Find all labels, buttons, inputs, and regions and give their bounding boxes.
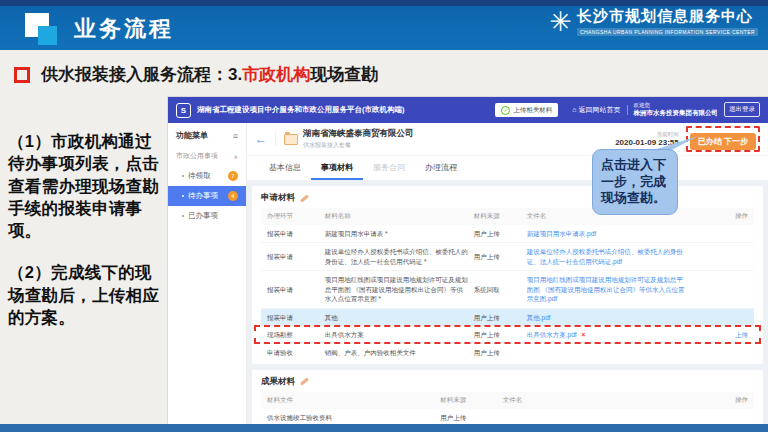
time-block: 当前时间 2020-01-09 23:55 [615,131,679,147]
highlight-dashed-box: 已办结 下一步 [686,126,760,152]
cell-step: 报装申请 [267,285,325,294]
tab-service-contract[interactable]: 服务合同 [363,156,415,180]
cell-step: 现场勘察 [267,330,325,339]
red-square-bullet-icon [14,67,30,83]
back-arrow-icon[interactable]: ← [255,132,267,146]
welcome-block: 欢迎您 株洲市水务投资集团有限公司 [634,102,719,118]
home-link-label: 返回网站首页 [579,105,621,115]
slide-title: 业务流程 [74,14,174,44]
org-flower-icon: ✳ [549,9,572,36]
cell-material: 供水设施竣工验收资料 [267,413,440,422]
cell-source: 用户上传 [474,252,527,261]
welcome-label: 欢迎您 [634,102,719,109]
navbar-divider [627,105,628,115]
sidebar-item-todo[interactable]: 待办事项 4 [168,186,246,206]
col-material: 材料名称 [325,212,474,221]
file-link[interactable]: 其他.pdf [527,314,551,321]
note-paragraph-1: （1）市政机构通过待办事项列表，点击查看需办理现场查勘手续的报装申请事项。 [8,130,166,241]
hamburger-icon[interactable]: ≡ [233,131,238,141]
result-materials-card: 成果材料 材料文件 材料来源 文件名 操作 供水设施竣工验收资料 用户上传 [252,370,763,424]
upload-button-label: 上传相关材料 [513,106,552,115]
cell-step: 报装申请 [267,252,325,261]
edit-pen-icon[interactable] [300,378,309,386]
platform-title: 湖南省工程建设项目中介服务和市政公用服务平台(市政机构端) [197,105,405,115]
platform-logo-icon: S [176,103,191,118]
applicant-company: 湖南省海峡盛泰商贸有限公司 [303,128,414,140]
org-logo: ✳ 长沙市规划信息服务中心 CHANGSHA URBAN PLANNING IN… [549,7,758,36]
remove-file-icon[interactable]: × [581,331,585,338]
org-name-cn: 长沙市规划信息服务中心 [577,7,758,26]
count-badge: 4 [228,191,238,201]
sidebar-item-done[interactable]: 已办事项 [168,206,246,226]
folder-icon [284,134,298,145]
bullet-dot-icon [182,195,184,197]
sidebar-item-label: 待办事项 [188,191,218,201]
callout-bubble: 点击进入下一步，完成现场查勘。 [592,149,678,215]
heading-suffix: 现场查勘 [310,65,378,84]
result-table-header: 材料文件 材料来源 文件名 操作 [261,392,754,409]
org-name-en: CHANGSHA URBAN PLANNING INFORMATION SERV… [577,28,758,36]
app-content: ← 湖南省海峡盛泰商贸有限公司 供水报装接入套餐 当前时间 2020-01-09… [247,123,768,424]
tab-process-flow[interactable]: 办理流程 [415,156,467,180]
cell-source: 用户上传 [474,313,527,322]
logged-in-company: 株洲市水务投资集团有限公司 [634,109,719,117]
slide-banner: 业务流程 ✳ 长沙市规划信息服务中心 CHANGSHA URBAN PLANNI… [0,0,768,50]
file-link[interactable]: 出具供水方案.pdf [527,331,577,338]
logout-button[interactable]: 退出登录 [724,102,760,117]
col-file: 文件名 [503,396,686,405]
result-section-title: 成果材料 [261,376,295,388]
cell-material: 其他 [325,313,474,322]
time-label: 当前时间 [615,131,679,138]
tab-item-materials[interactable]: 事项材料 [311,156,363,180]
col-source: 材料来源 [440,396,503,405]
note-paragraph-2: （2）完成线下的现场查勘后，上传相应的方案。 [8,261,166,328]
file-link[interactable]: 建设单位经办人授权委托书或介绍信、被委托人的身份证、法人统一社会信用代码证.pd… [527,248,683,264]
home-link[interactable]: ⌂ 返回网站首页 [572,105,620,115]
home-icon: ⌂ [572,106,576,113]
cell-material: 项目用地红线图或项目建设用地规划许可证及规划总平面图 《国有建设用地使用权出让合… [325,275,474,303]
apply-table-header: 办理环节 材料名称 材料来源 文件名 操作 [261,208,754,225]
notes-column: （1）市政机构通过待办事项列表，点击查看需办理现场查勘手续的报装申请事项。 （2… [8,130,166,348]
detail-tabs: 基本信息 事项材料 服务合同 办理流程 [247,155,768,180]
content-scroll-area[interactable]: 申请材料 办理环节 材料名称 材料来源 文件名 操作 报装申请 新建 [247,180,768,424]
next-step-button[interactable]: 已办结 下一步 [690,133,756,150]
table-row: 申请验收 销阀、户表、户内验收相关文件 用户上传 [261,344,754,361]
file-link[interactable]: 项目用地红线图或项目建设用地规划许可证及规划总平面图 《国有建设用地使用权出让合… [527,276,685,302]
edit-pen-icon[interactable] [300,194,309,202]
menu-title: 功能菜单 [176,130,208,141]
col-operation: 操作 [690,212,748,221]
sidebar-item-label: 已办事项 [188,211,218,221]
cell-source: 系统回取 [474,285,527,294]
table-row: 报装申请 新建项目用水申请表 * 用户上传 新建项目用水申请表.pdf [261,225,754,243]
cell-source: 用户上传 [474,229,527,238]
count-badge: 7 [228,171,238,181]
cell-source: 用户上传 [440,413,503,422]
col-operation: 操作 [685,396,748,405]
sidebar-item-pending-pickup[interactable]: 待领取 7 [168,166,246,186]
bullet-dot-icon [182,215,184,217]
cell-material: 建设单位经办人授权委托书或介绍信、被委托人的身份证、法人统一社会信用代码证 * [325,247,474,266]
sidebar-item-label: 待领取 [188,171,211,181]
group-title: 市政公用事项 [176,151,218,161]
table-row: 报装申请 项目用地红线图或项目建设用地规划许可证及规划总平面图 《国有建设用地使… [261,271,754,308]
cell-source: 用户上传 [474,348,527,357]
col-source: 材料来源 [474,212,527,221]
apply-materials-card: 申请材料 办理环节 材料名称 材料来源 文件名 操作 报装申请 新建 [252,186,763,364]
cell-material: 销阀、户表、户内验收相关文件 [325,348,474,357]
check-circle-icon: ✓ [501,106,510,115]
logo-square-cyan [38,26,57,45]
upload-action-link[interactable]: 上传 [735,331,748,338]
upload-materials-button[interactable]: ✓ 上传相关材料 [495,103,558,117]
sidebar-menu-header: 功能菜单 ≡ [168,123,246,146]
cell-step: 报装申请 [267,313,325,322]
app-screenshot: S 湖南省工程建设项目中介服务和市政公用服务平台(市政机构端) ✓ 上传相关材料… [168,97,768,424]
file-link[interactable]: 新建项目用水申请表.pdf [527,230,596,237]
cell-source: 用户上传 [474,330,527,339]
cell-step: 申请验收 [267,348,325,357]
apply-section-title: 申请材料 [261,192,295,204]
section-heading: 供水报装接入服务流程：3.市政机构现场查勘 [14,63,378,86]
tab-basic-info[interactable]: 基本信息 [259,156,311,180]
banner-top-stripe [0,0,768,6]
table-row: 报装申请 建设单位经办人授权委托书或介绍信、被委托人的身份证、法人统一社会信用代… [261,243,754,271]
sidebar-group-municipal[interactable]: 市政公用事项 ∧ [168,146,246,166]
